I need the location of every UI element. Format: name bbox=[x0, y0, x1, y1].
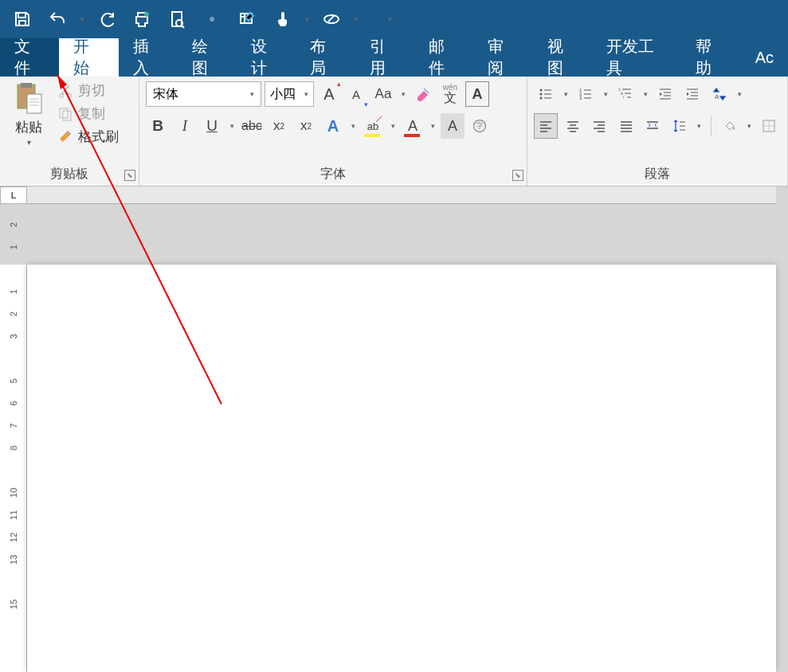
font-launcher[interactable]: ⬊ bbox=[512, 170, 523, 181]
tab-references[interactable]: 引用 bbox=[355, 38, 414, 77]
font-name-combo[interactable]: 宋体▾ bbox=[146, 81, 261, 107]
sort-button[interactable]: A bbox=[708, 81, 731, 107]
align-center-button[interactable] bbox=[561, 113, 585, 139]
tab-file[interactable]: 文件 bbox=[0, 38, 59, 77]
paste-dropdown[interactable]: ▾ bbox=[27, 138, 31, 147]
touch-dropdown[interactable]: ▾ bbox=[301, 15, 312, 23]
distribute-icon bbox=[645, 118, 661, 134]
bold-button[interactable]: B bbox=[146, 113, 170, 139]
copy-button[interactable]: 复制 bbox=[57, 104, 119, 123]
document-page[interactable] bbox=[27, 265, 776, 672]
eraser-icon bbox=[415, 86, 431, 102]
sort-dropdown[interactable]: ▾ bbox=[735, 90, 744, 98]
clipboard-launcher[interactable]: ⬊ bbox=[124, 170, 135, 181]
draw-pen-button[interactable] bbox=[316, 3, 347, 35]
undo-button[interactable] bbox=[41, 3, 73, 35]
text-effects-button[interactable]: A bbox=[321, 113, 345, 139]
numbering-button[interactable]: 123 bbox=[574, 81, 598, 107]
save-button[interactable] bbox=[6, 3, 38, 35]
undo-dropdown[interactable]: ▾ bbox=[76, 15, 88, 23]
superscript-button[interactable]: x2 bbox=[294, 113, 318, 139]
font-color-dropdown[interactable]: ▾ bbox=[428, 122, 437, 130]
phonetic-button[interactable]: wén文 bbox=[438, 81, 462, 107]
table-edit-button[interactable] bbox=[231, 3, 263, 35]
redo-icon bbox=[97, 10, 116, 29]
align-right-button[interactable] bbox=[587, 113, 611, 139]
pen-icon bbox=[322, 10, 341, 29]
svg-point-2 bbox=[210, 17, 214, 22]
clipboard-group-label: 剪贴板 bbox=[6, 163, 132, 186]
italic-button[interactable]: I bbox=[173, 113, 197, 139]
shading-dropdown[interactable]: ▾ bbox=[744, 122, 754, 130]
paste-icon[interactable] bbox=[13, 81, 45, 116]
tab-layout[interactable]: 布局 bbox=[296, 38, 355, 77]
paste-label[interactable]: 粘贴 bbox=[15, 118, 42, 136]
ruler-corner[interactable]: L bbox=[0, 187, 27, 204]
table-edit-icon bbox=[237, 10, 257, 29]
align-left-button[interactable] bbox=[534, 113, 558, 139]
pen-dropdown[interactable]: ▾ bbox=[351, 15, 362, 23]
multilevel-dropdown[interactable]: ▾ bbox=[641, 90, 650, 98]
multilevel-button[interactable]: 1ai bbox=[614, 81, 637, 107]
grow-font-button[interactable]: A▴ bbox=[317, 81, 341, 107]
tab-view[interactable]: 视图 bbox=[533, 38, 592, 77]
text-effects-dropdown[interactable]: ▾ bbox=[348, 122, 358, 130]
justify-button[interactable] bbox=[614, 113, 638, 139]
font-group-label: 字体 bbox=[146, 163, 520, 186]
save-icon bbox=[13, 10, 32, 29]
redo-button[interactable] bbox=[91, 3, 123, 35]
sort-icon: A bbox=[712, 86, 727, 102]
tab-home[interactable]: 开始 bbox=[59, 38, 118, 77]
underline-dropdown[interactable]: ▾ bbox=[227, 122, 237, 130]
touch-mode-button[interactable] bbox=[266, 3, 298, 35]
highlight-dropdown[interactable]: ▾ bbox=[388, 122, 398, 130]
line-spacing-icon bbox=[672, 118, 688, 134]
align-center-icon bbox=[565, 118, 581, 134]
highlight-button[interactable]: ab bbox=[361, 113, 385, 139]
group-clipboard: 粘贴 ▾ 剪切 复制 格式刷 剪贴板 ⬊ bbox=[0, 77, 139, 186]
decrease-indent-button[interactable] bbox=[653, 81, 677, 107]
svg-rect-5 bbox=[21, 83, 32, 88]
tab-review[interactable]: 审阅 bbox=[473, 38, 532, 77]
char-shading-button[interactable]: A bbox=[441, 113, 465, 139]
bullets-icon bbox=[538, 86, 554, 102]
svg-rect-9 bbox=[60, 108, 68, 118]
font-size-combo[interactable]: 小四▾ bbox=[265, 81, 314, 107]
touch-icon bbox=[272, 10, 292, 29]
distribute-button[interactable] bbox=[641, 113, 665, 139]
line-spacing-button[interactable] bbox=[668, 113, 692, 139]
vertical-ruler[interactable]: 2 1 1 2 3 5 6 7 8 10 11 12 13 15 bbox=[0, 204, 27, 672]
shading-button[interactable] bbox=[718, 113, 742, 139]
tab-draw[interactable]: 绘图 bbox=[178, 38, 237, 77]
format-painter-button[interactable]: 格式刷 bbox=[57, 128, 119, 146]
tab-developer[interactable]: 开发工具 bbox=[592, 38, 682, 77]
enclose-char-button[interactable]: 字 bbox=[468, 113, 492, 139]
tab-design[interactable]: 设计 bbox=[237, 38, 296, 77]
quick-print-button[interactable] bbox=[126, 3, 158, 35]
bullets-dropdown[interactable]: ▾ bbox=[561, 90, 570, 98]
tab-insert[interactable]: 插入 bbox=[119, 38, 178, 77]
bullets-button[interactable] bbox=[534, 81, 558, 107]
change-case-dropdown[interactable]: ▾ bbox=[398, 90, 408, 98]
svg-text:A: A bbox=[715, 93, 719, 100]
tab-extra[interactable]: Ac bbox=[741, 38, 788, 77]
tab-mailings[interactable]: 邮件 bbox=[414, 38, 473, 77]
cut-label: 剪切 bbox=[78, 81, 105, 100]
change-case-button[interactable]: Aa bbox=[371, 81, 395, 107]
horizontal-ruler[interactable] bbox=[27, 187, 788, 204]
shrink-font-button[interactable]: A▾ bbox=[344, 81, 368, 107]
increase-indent-button[interactable] bbox=[680, 81, 704, 107]
borders-button[interactable] bbox=[757, 113, 781, 139]
underline-button[interactable]: U bbox=[200, 113, 224, 139]
tab-help[interactable]: 帮助 bbox=[681, 38, 740, 77]
char-border-button[interactable]: A bbox=[465, 81, 489, 107]
line-spacing-dropdown[interactable]: ▾ bbox=[695, 122, 704, 130]
strikethrough-button[interactable]: abc bbox=[240, 113, 264, 139]
clear-format-button[interactable] bbox=[411, 81, 435, 107]
qat-customize-dropdown[interactable]: ▾ bbox=[384, 15, 395, 23]
print-preview-button[interactable] bbox=[161, 3, 193, 35]
cut-button[interactable]: 剪切 bbox=[57, 81, 119, 100]
subscript-button[interactable]: x2 bbox=[267, 113, 291, 139]
font-color-button[interactable]: A bbox=[401, 113, 425, 139]
numbering-dropdown[interactable]: ▾ bbox=[601, 90, 610, 98]
